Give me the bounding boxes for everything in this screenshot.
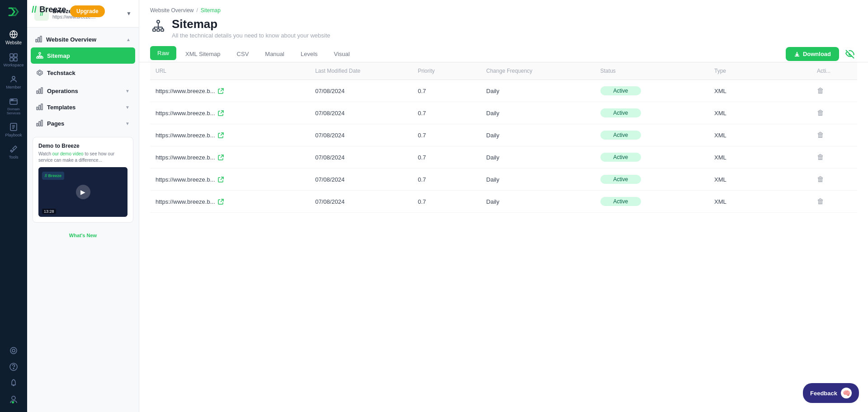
- nav-item-pages[interactable]: Pages ▼: [31, 115, 135, 131]
- delete-button[interactable]: 🗑: [817, 131, 824, 139]
- col-status: Status: [595, 62, 709, 80]
- svg-marker-26: [37, 70, 42, 75]
- sitemap-icon: [36, 52, 43, 59]
- cell-delete: 🗑: [811, 146, 857, 169]
- breadcrumb-current: Sitemap: [201, 7, 221, 14]
- techstack-icon: [36, 69, 43, 76]
- whats-new-link[interactable]: What's New: [27, 228, 139, 243]
- cell-type: XML: [709, 169, 811, 191]
- status-badge: Active: [600, 197, 641, 206]
- nav-item-website-overview[interactable]: Website Overview ▲: [31, 31, 135, 47]
- svg-rect-35: [39, 122, 40, 126]
- sidebar-item-playbook[interactable]: Playbook: [0, 119, 27, 141]
- tab-raw[interactable]: Raw: [150, 46, 176, 60]
- svg-line-41: [221, 89, 223, 91]
- notifications-icon-btn[interactable]: [9, 376, 18, 390]
- delete-button[interactable]: 🗑: [817, 87, 824, 95]
- sidebar-item-tools[interactable]: Tools: [0, 141, 27, 163]
- external-link-icon[interactable]: [218, 110, 224, 116]
- cell-type: XML: [709, 146, 811, 169]
- cell-delete: 🗑: [811, 102, 857, 124]
- nav-item-sitemap[interactable]: Sitemap: [31, 47, 135, 64]
- external-link-icon[interactable]: [218, 132, 224, 138]
- nav-item-templates[interactable]: Templates ▼: [31, 99, 135, 115]
- url-cell: https://www.breeze.b...: [156, 88, 304, 94]
- url-text: https://www.breeze.b...: [156, 176, 215, 183]
- integration-icon: [9, 346, 18, 355]
- eye-toggle-button[interactable]: [843, 47, 857, 61]
- external-link-icon[interactable]: [218, 154, 224, 160]
- pages-left: Pages: [36, 120, 64, 127]
- tab-levels[interactable]: Levels: [293, 47, 325, 61]
- cell-priority: 0.7: [412, 191, 481, 213]
- external-link-icon[interactable]: [218, 199, 224, 205]
- bell-icon: [9, 379, 18, 388]
- external-link-icon[interactable]: [218, 88, 224, 94]
- delete-button[interactable]: 🗑: [817, 175, 824, 183]
- tab-xml-sitemap[interactable]: XML Sitemap: [178, 47, 228, 61]
- help-icon: [9, 362, 18, 371]
- nav-item-operations[interactable]: Operations ▼: [31, 83, 135, 99]
- upgrade-area: Upgrade: [70, 5, 105, 17]
- feedback-button[interactable]: Feedback 🧠: [803, 383, 859, 403]
- bar-chart-icon: [35, 36, 42, 43]
- website-label: Website: [5, 40, 22, 45]
- table-row: https://www.breeze.b... 07/08/2024 0.7 D…: [150, 146, 857, 169]
- user-icon-btn[interactable]: [9, 392, 18, 407]
- sidebar-item-workspace[interactable]: Workspace: [0, 49, 27, 71]
- cell-priority: 0.7: [412, 80, 481, 102]
- svg-rect-33: [41, 104, 42, 110]
- download-button[interactable]: Download: [786, 47, 839, 61]
- demo-video-thumbnail[interactable]: // Breeze ▶ 13:28: [38, 167, 127, 217]
- svg-point-8: [13, 99, 14, 100]
- svg-rect-32: [39, 105, 40, 110]
- cell-status: Active: [595, 191, 709, 213]
- cell-url: https://www.breeze.b...: [150, 146, 310, 169]
- svg-rect-29: [39, 89, 40, 94]
- play-button[interactable]: ▶: [76, 185, 90, 199]
- svg-point-37: [157, 20, 160, 23]
- demo-link[interactable]: our demo video: [52, 151, 84, 156]
- cell-delete: 🗑: [811, 124, 857, 146]
- templates-label: Templates: [47, 104, 75, 111]
- nav-item-techstack[interactable]: Techstack: [31, 65, 135, 81]
- operations-icon: [36, 87, 43, 94]
- domain-label: Domain Services: [0, 107, 27, 115]
- sidebar-item-domain-services[interactable]: Domain Services: [0, 93, 27, 119]
- help-icon-btn[interactable]: [9, 360, 18, 374]
- demo-video-inner: // Breeze ▶ 13:28: [38, 167, 127, 217]
- cell-last-modified: 07/08/2024: [310, 191, 412, 213]
- tab-visual[interactable]: Visual: [327, 47, 357, 61]
- tab-manual[interactable]: Manual: [258, 47, 292, 61]
- pages-icon: [36, 120, 43, 127]
- cell-change-frequency: Daily: [481, 146, 595, 169]
- tab-csv[interactable]: CSV: [230, 47, 256, 61]
- status-badge: Active: [600, 108, 641, 117]
- sidebar-item-member[interactable]: Member: [0, 71, 27, 93]
- cell-change-frequency: Daily: [481, 124, 595, 146]
- svg-rect-20: [38, 37, 39, 42]
- svg-rect-31: [37, 107, 38, 110]
- bottom-icons: [9, 343, 18, 412]
- status-badge: Active: [600, 153, 641, 162]
- domain-icon: [9, 97, 18, 106]
- delete-button[interactable]: 🗑: [817, 197, 824, 206]
- pages-label: Pages: [47, 120, 64, 127]
- demo-video-header: // Breeze: [42, 171, 124, 180]
- cell-last-modified: 07/08/2024: [310, 146, 412, 169]
- url-text: https://www.breeze.b...: [156, 88, 215, 94]
- url-cell: https://www.breeze.b...: [156, 154, 304, 161]
- upgrade-button[interactable]: Upgrade: [70, 5, 105, 17]
- external-link-icon[interactable]: [218, 177, 224, 183]
- cell-type: XML: [709, 80, 811, 102]
- svg-point-17: [13, 368, 14, 369]
- page-title: Sitemap: [172, 17, 330, 31]
- delete-button[interactable]: 🗑: [817, 109, 824, 117]
- delete-button[interactable]: 🗑: [817, 153, 824, 161]
- cell-change-frequency: Daily: [481, 191, 595, 213]
- cell-url: https://www.breeze.b...: [150, 102, 310, 124]
- col-active: Acti...: [811, 62, 857, 80]
- sidebar-item-website[interactable]: Website: [0, 26, 27, 49]
- integration-icon-btn[interactable]: [9, 343, 18, 358]
- cell-status: Active: [595, 102, 709, 124]
